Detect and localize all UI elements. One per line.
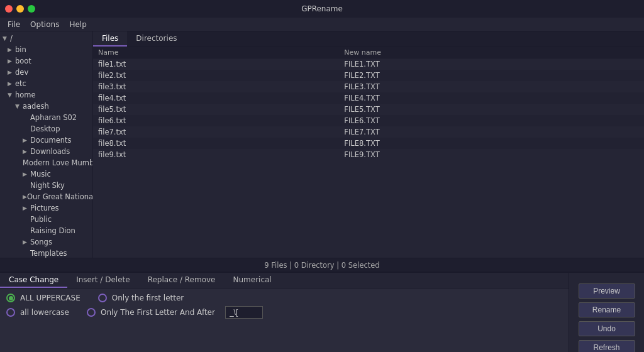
radio-uppercase[interactable] xyxy=(6,294,15,302)
radio-first-letter[interactable] xyxy=(98,294,107,302)
statusbar: 9 Files | 0 Directory | 0 Selected xyxy=(0,258,644,272)
btab-insert-delete[interactable]: Insert / Delete xyxy=(67,273,139,288)
file-name-cell: file5.txt xyxy=(93,104,339,115)
tree-item-nightsky[interactable]: Night Sky xyxy=(0,180,92,191)
file-tab-bar: Files Directories xyxy=(93,31,644,47)
file-newname-cell: FILE9.TXT xyxy=(339,149,644,160)
file-name-cell: file6.txt xyxy=(93,115,339,126)
col-name: Name xyxy=(93,47,339,58)
minimize-button[interactable] xyxy=(16,5,24,13)
menubar: File Options Help xyxy=(0,18,644,31)
menu-options[interactable]: Options xyxy=(25,19,64,30)
tab-directories[interactable]: Directories xyxy=(127,31,186,47)
file-name-cell: file8.txt xyxy=(93,138,339,149)
table-row[interactable]: file3.txtFILE3.TXT xyxy=(93,81,644,92)
file-newname-cell: FILE3.TXT xyxy=(339,81,644,92)
tree-root[interactable]: ▼ / xyxy=(0,33,92,44)
tree-item-boot[interactable]: ▶boot xyxy=(0,55,92,67)
file-newname-cell: FILE5.TXT xyxy=(339,104,644,115)
tree-item-ourgreat[interactable]: ▶Our Great National xyxy=(0,191,92,202)
label-first-letter: Only the first letter xyxy=(112,294,184,302)
file-newname-cell: FILE6.TXT xyxy=(339,115,644,126)
radio-lowercase[interactable] xyxy=(6,308,15,317)
case-change-content: ALL UPPERCASE Only the first letter all … xyxy=(0,289,569,352)
label-first-and-after: Only The First Letter And After xyxy=(101,308,215,317)
maximize-button[interactable] xyxy=(28,5,35,13)
window-controls xyxy=(5,5,35,13)
table-row[interactable]: file8.txtFILE8.TXT xyxy=(93,138,644,149)
tree-item-etc[interactable]: ▶etc xyxy=(0,78,92,89)
label-lowercase: all lowercase xyxy=(20,308,69,317)
tree-item-music[interactable]: ▶Music xyxy=(0,168,92,180)
tree-item-aadesh[interactable]: ▼aadesh xyxy=(0,101,92,112)
titlebar: GPRename xyxy=(0,0,644,18)
main-area: ▼ / ▶bin▶boot▶dev▶etc▼home▼aadeshApharan… xyxy=(0,31,644,258)
tree-item-modern[interactable]: Modern Love Mumbai xyxy=(0,157,92,168)
app-title: GPRename xyxy=(301,4,343,13)
file-newname-cell: FILE7.TXT xyxy=(339,126,644,138)
rename-button[interactable]: Rename xyxy=(579,302,635,317)
tree-item-apharan[interactable]: Apharan S02 xyxy=(0,112,92,123)
sidebar: ▼ / ▶bin▶boot▶dev▶etc▼home▼aadeshApharan… xyxy=(0,31,93,258)
bottom-panel: Case Change Insert / Delete Replace / Re… xyxy=(0,272,644,352)
tree-item-documents[interactable]: ▶Documents xyxy=(0,135,92,146)
bottom-tabs: Case Change Insert / Delete Replace / Re… xyxy=(0,273,569,289)
refresh-button[interactable]: Refresh xyxy=(579,340,635,352)
file-name-cell: file4.txt xyxy=(93,92,339,104)
file-name-cell: file2.txt xyxy=(93,70,339,81)
file-name-cell: file9.txt xyxy=(93,149,339,160)
tree-item-pictures[interactable]: ▶Pictures xyxy=(0,202,92,214)
menu-help[interactable]: Help xyxy=(64,19,91,30)
bottom-left: Case Change Insert / Delete Replace / Re… xyxy=(0,273,569,352)
tree-item-desktop[interactable]: Desktop xyxy=(0,123,92,135)
tree-item-bin[interactable]: ▶bin xyxy=(0,44,92,55)
row-lowercase: all lowercase Only The First Letter And … xyxy=(6,306,562,319)
tree-item-songs[interactable]: ▶Songs xyxy=(0,236,92,248)
file-newname-cell: FILE4.TXT xyxy=(339,92,644,104)
file-newname-cell: FILE2.TXT xyxy=(339,70,644,81)
file-newname-cell: FILE1.TXT xyxy=(339,58,644,70)
table-row[interactable]: file9.txtFILE9.TXT xyxy=(93,149,644,160)
table-row[interactable]: file4.txtFILE4.TXT xyxy=(93,92,644,104)
status-text: 9 Files | 0 Directory | 0 Selected xyxy=(264,261,379,270)
tree-item-downloads[interactable]: ▶Downloads xyxy=(0,146,92,157)
table-row[interactable]: file1.txtFILE1.TXT xyxy=(93,58,644,70)
undo-button[interactable]: Undo xyxy=(579,321,635,336)
tree-item-home[interactable]: ▼home xyxy=(0,89,92,101)
tree-item-public[interactable]: Public xyxy=(0,214,92,225)
tree-item-dev[interactable]: ▶dev xyxy=(0,67,92,78)
file-table: Name New name file1.txtFILE1.TXTfile2.tx… xyxy=(93,47,644,160)
btab-replace-remove[interactable]: Replace / Remove xyxy=(139,273,225,288)
btab-numerical[interactable]: Numerical xyxy=(225,273,280,288)
row-uppercase: ALL UPPERCASE Only the first letter xyxy=(6,294,562,302)
first-after-input[interactable] xyxy=(225,306,263,319)
table-row[interactable]: file2.txtFILE2.TXT xyxy=(93,70,644,81)
col-newname: New name xyxy=(339,47,644,58)
bottom-right-buttons: Preview Rename Undo Refresh xyxy=(569,273,644,352)
file-name-cell: file1.txt xyxy=(93,58,339,70)
tree-item-templates[interactable]: Templates xyxy=(0,248,92,258)
file-newname-cell: FILE8.TXT xyxy=(339,138,644,149)
tree-item-raising[interactable]: Raising Dion xyxy=(0,225,92,236)
preview-button[interactable]: Preview xyxy=(579,283,635,299)
table-row[interactable]: file6.txtFILE6.TXT xyxy=(93,115,644,126)
btab-case-change[interactable]: Case Change xyxy=(0,273,67,288)
file-list-panel: Files Directories Name New name file1.tx… xyxy=(93,31,644,258)
menu-file[interactable]: File xyxy=(3,19,25,30)
file-name-cell: file3.txt xyxy=(93,81,339,92)
table-row[interactable]: file7.txtFILE7.TXT xyxy=(93,126,644,138)
tab-files[interactable]: Files xyxy=(93,31,127,47)
table-row[interactable]: file5.txtFILE5.TXT xyxy=(93,104,644,115)
label-uppercase: ALL UPPERCASE xyxy=(20,294,80,302)
radio-first-and-after[interactable] xyxy=(87,308,96,317)
file-name-cell: file7.txt xyxy=(93,126,339,138)
close-button[interactable] xyxy=(5,5,13,13)
